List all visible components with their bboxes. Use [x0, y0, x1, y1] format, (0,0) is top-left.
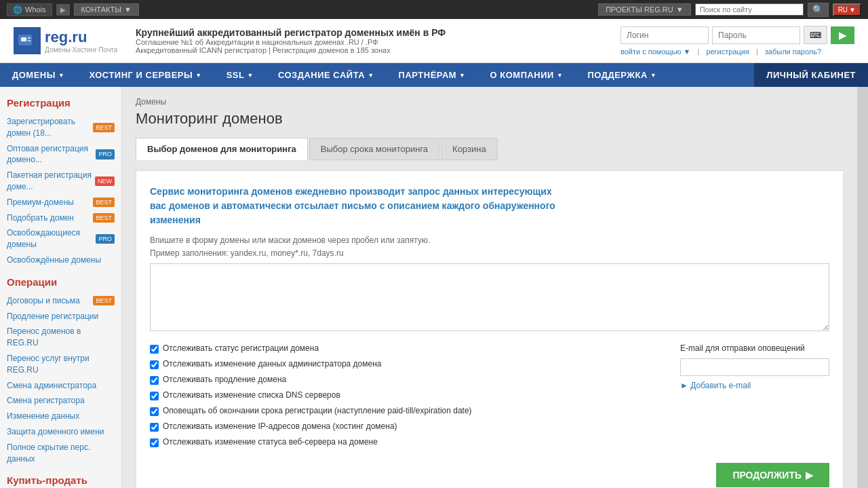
sidebar-protect-domain-label: Защита доменного имени [7, 426, 104, 438]
sidebar-section-buy-sell: Купить-продать [7, 474, 115, 486]
register-link[interactable]: регистрация [706, 48, 749, 56]
checkbox-item-2: Отслеживать продление домена [150, 375, 667, 385]
auth-separator2: | [756, 48, 758, 56]
tabs: Выбор доменов для мониторинга Выбор срок… [136, 138, 844, 160]
sidebar-transfer-in-label: Перенос доменов в REG.RU [7, 326, 115, 349]
auth-links: войти с помощью ▼ | регистрация | забыли… [620, 48, 854, 56]
continue-button[interactable]: ПРОДОЛЖИТЬ ▶ [716, 463, 829, 487]
checkbox-3[interactable] [150, 392, 159, 400]
whois-label: Whois [25, 5, 46, 14]
forgot-password-link[interactable]: забыли пароль? [765, 48, 821, 56]
checkboxes-row: Отслеживать статус регистрации домена От… [150, 343, 829, 453]
sidebar-premium-label: Премиум-домены [7, 197, 74, 208]
sidebar-item-transfer-in[interactable]: Перенос доменов в REG.RU [7, 324, 115, 351]
tab-select-domains[interactable]: Выбор доменов для мониторинга [136, 138, 308, 160]
auth-with-link[interactable]: войти с помощью ▼ [620, 48, 691, 56]
checkbox-2-label: Отслеживать продление домена [163, 375, 286, 384]
search-input[interactable] [695, 3, 804, 16]
content-box: Сервис мониторинга доменов ежедневно про… [136, 170, 844, 488]
domain-textarea[interactable] [150, 263, 829, 331]
language-button[interactable]: RU ▼ [833, 3, 861, 16]
header: reg.ru Домены·Хостинг·Почта Крупнейший а… [0, 19, 868, 63]
checkboxes-right: E-mail для отправки оповещений Добавить … [680, 343, 829, 453]
nav-item-cabinet[interactable]: ЛИЧНЫЙ КАБИНЕТ [754, 63, 868, 87]
login-input[interactable] [620, 26, 709, 44]
continue-btn-area: ПРОДОЛЖИТЬ ▶ [150, 463, 829, 487]
search-button[interactable]: 🔍 [808, 3, 829, 17]
nav-hosting-label: ХОСТИНГ И СЕРВЕРЫ [89, 70, 193, 80]
nav-domains-arrow: ▼ [58, 72, 64, 79]
nav-item-ssl[interactable]: SSL ▼ [214, 63, 266, 87]
tab-select-period-label: Выбор срока мониторинга [321, 144, 428, 154]
lang-arrow-icon: ▼ [849, 6, 856, 14]
sidebar-item-protect-domain[interactable]: Защита доменного имени [7, 424, 115, 440]
tagline-sub1: Соглашение №1 об Аккредитации в национал… [136, 38, 607, 46]
nav-about-arrow: ▼ [557, 72, 563, 79]
checkbox-6-label: Отслеживать изменение статуса веб-сервер… [163, 437, 378, 447]
password-input[interactable] [712, 26, 800, 44]
scrollbar[interactable] [857, 87, 868, 488]
sidebar-hide-data-label: Полное скрытие перс. данных [7, 442, 115, 465]
checkbox-4[interactable] [150, 407, 159, 416]
sidebar-item-transfer-internal[interactable]: Перенос услуг внутри REG.RU [7, 351, 115, 378]
nav-item-site-builder[interactable]: СОЗДАНИЕ САЙТА ▼ [266, 63, 387, 87]
tab-select-period[interactable]: Выбор срока мониторинга [309, 138, 439, 160]
nav-item-support[interactable]: ПОДДЕРЖКА ▼ [575, 63, 669, 87]
sidebar-item-change-data[interactable]: Изменение данных [7, 409, 115, 424]
contacts-label: КОНТАКТЫ [81, 5, 121, 14]
nav-item-domains[interactable]: ДОМЕНЫ ▼ [0, 63, 77, 87]
sidebar-wholesale-label: Оптовая регистрация домено... [7, 143, 96, 166]
email-input[interactable] [680, 358, 829, 376]
projects-button[interactable]: ПРОЕКТЫ REG.RU ▼ [598, 3, 691, 16]
sidebar-expiring-badge: PRO [96, 234, 115, 244]
sidebar-item-change-registrar[interactable]: Смена регистратора [7, 393, 115, 409]
nav-item-hosting[interactable]: ХОСТИНГ И СЕРВЕРЫ ▼ [77, 63, 214, 87]
auth-area: ⌨ ▶ войти с помощью ▼ | регистрация | за… [620, 26, 854, 56]
projects-label: ПРОЕКТЫ REG.RU [606, 5, 673, 14]
sidebar-expiring-label: Освобождающиеся домены [7, 227, 96, 250]
sidebar-package-badge: NEW [95, 176, 115, 187]
sidebar-item-renew[interactable]: Продление регистрации [7, 309, 115, 324]
checkbox-0[interactable] [150, 345, 159, 354]
checkbox-5[interactable] [150, 423, 159, 432]
sidebar-change-data-label: Изменение данных [7, 411, 79, 422]
nav-item-about[interactable]: О КОМПАНИИ ▼ [478, 63, 576, 87]
tab-cart[interactable]: Корзина [441, 138, 498, 160]
sidebar-item-freed[interactable]: Освобождённые домены [7, 252, 115, 268]
tagline-sub2: Аккредитованный ICANN регистратор | Реги… [136, 46, 607, 54]
sidebar-item-hide-data[interactable]: Полное скрытие перс. данных [7, 440, 115, 467]
whois-arrow-button[interactable]: ▶ [56, 4, 70, 16]
sidebar: Регистрация Зарегистрировать домен (18..… [0, 87, 122, 488]
sidebar-item-wholesale[interactable]: Оптовая регистрация домено... PRO [7, 141, 115, 168]
contacts-button[interactable]: КОНТАКТЫ ▼ [74, 3, 139, 16]
sidebar-change-admin-label: Смена администратора [7, 380, 96, 392]
logo-text: reg.ru [45, 29, 117, 46]
globe-icon: 🌐 [13, 5, 22, 14]
sidebar-item-premium[interactable]: Премиум-домены BEST [7, 195, 115, 210]
checkbox-0-label: Отслеживать статус регистрации домена [163, 343, 319, 353]
sidebar-package-label: Пакетная регистрация доме... [7, 170, 95, 193]
main-content: Домены Мониторинг доменов Выбор доменов … [122, 87, 857, 488]
checkbox-item-4: Оповещать об окончании срока регистрации… [150, 406, 667, 416]
auth-inputs: ⌨ ▶ [620, 26, 854, 44]
checkbox-2[interactable] [150, 376, 159, 385]
sidebar-item-register-domain[interactable]: Зарегистрировать домен (18... BEST [7, 114, 115, 141]
sidebar-item-expiring[interactable]: Освобождающиеся домены PRO [7, 225, 115, 252]
nav-domains-label: ДОМЕНЫ [12, 70, 56, 80]
checkbox-1[interactable] [150, 360, 159, 369]
checkbox-1-label: Отслеживать изменение данных администрат… [163, 359, 382, 369]
checkbox-4-label: Оповещать об окончании срока регистрации… [163, 406, 472, 415]
nav-item-partners[interactable]: ПАРТНЁРАМ ▼ [387, 63, 478, 87]
sidebar-item-package[interactable]: Пакетная регистрация доме... NEW [7, 168, 115, 195]
sidebar-find-domain-label: Подобрать домен [7, 212, 74, 224]
sidebar-item-change-admin[interactable]: Смена администратора [7, 378, 115, 394]
keyboard-button[interactable]: ⌨ [804, 26, 827, 44]
svg-rect-2 [28, 37, 31, 39]
main-nav: ДОМЕНЫ ▼ ХОСТИНГ И СЕРВЕРЫ ▼ SSL ▼ СОЗДА… [0, 63, 868, 87]
whois-button[interactable]: 🌐 Whois [7, 3, 52, 16]
add-email-link[interactable]: Добавить e-mail [680, 381, 751, 390]
sidebar-item-find-domain[interactable]: Подобрать домен BEST [7, 210, 115, 226]
checkbox-6[interactable] [150, 438, 159, 447]
sidebar-item-contracts[interactable]: Договоры и письма BEST [7, 293, 115, 309]
login-button[interactable]: ▶ [831, 26, 854, 44]
